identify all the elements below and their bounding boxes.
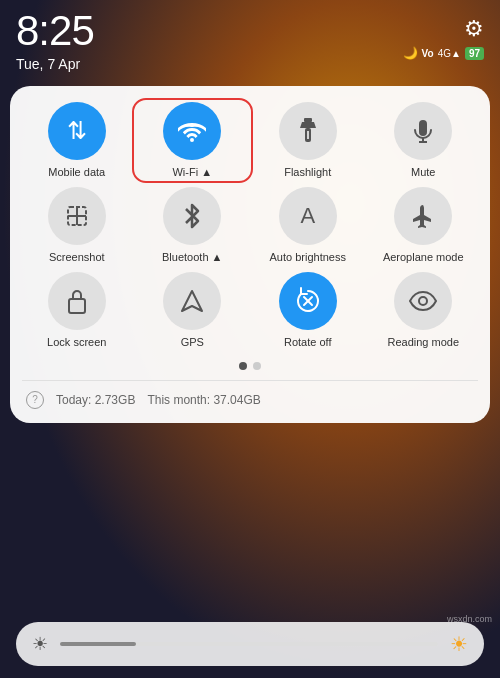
flashlight-label: Flashlight <box>284 166 331 179</box>
svg-marker-1 <box>300 122 316 128</box>
svg-rect-0 <box>304 118 312 122</box>
data-usage-icon: ? <box>26 391 44 409</box>
brightness-track[interactable] <box>60 642 438 646</box>
aeroplane-label: Aeroplane mode <box>383 251 464 264</box>
svg-point-13 <box>419 297 427 305</box>
date: Tue, 7 Apr <box>16 56 94 72</box>
brightness-low-icon: ☀ <box>32 633 48 655</box>
auto-brightness-icon: A <box>279 187 337 245</box>
mobile-data-label: Mobile data <box>48 166 105 179</box>
brightness-high-icon: ☀ <box>450 632 468 656</box>
signal-icon: 4G▲ <box>438 48 461 59</box>
screenshot-label: Screenshot <box>49 251 105 264</box>
volte-icon: Vo <box>422 48 434 59</box>
brightness-fill <box>60 642 136 646</box>
rotate-off-label: Rotate off <box>284 336 332 349</box>
status-right: ⚙ 🌙 Vo 4G▲ 97 <box>403 10 484 60</box>
time-date-group: 8:25 Tue, 7 Apr <box>16 10 94 72</box>
bluetooth-icon <box>163 187 221 245</box>
clock: 8:25 <box>16 10 94 52</box>
flashlight-icon <box>279 102 337 160</box>
mute-icon <box>394 102 452 160</box>
tile-bluetooth[interactable]: Bluetooth ▲ <box>138 187 248 264</box>
gps-label: GPS <box>181 336 204 349</box>
auto-brightness-label: Auto brightness <box>270 251 346 264</box>
brightness-bar[interactable]: ☀ ☀ <box>16 622 484 666</box>
mute-label: Mute <box>411 166 435 179</box>
tile-mobile-data[interactable]: ⇅ Mobile data <box>22 102 132 179</box>
dot-1 <box>239 362 247 370</box>
tile-gps[interactable]: GPS <box>138 272 248 349</box>
reading-mode-icon <box>394 272 452 330</box>
screenshot-icon <box>48 187 106 245</box>
bluetooth-label: Bluetooth ▲ <box>162 251 222 264</box>
today-label: Today: 2.73GB <box>56 393 135 407</box>
aeroplane-icon <box>394 187 452 245</box>
settings-icon[interactable]: ⚙ <box>464 16 484 42</box>
status-icons: 🌙 Vo 4G▲ 97 <box>403 46 484 60</box>
tile-screenshot[interactable]: Screenshot <box>22 187 132 264</box>
tile-lock-screen[interactable]: Lock screen <box>22 272 132 349</box>
watermark: wsxdn.com <box>447 614 492 624</box>
bottom-area: ☀ ☀ <box>0 610 500 678</box>
month-label: This month: 37.04GB <box>147 393 260 407</box>
lock-screen-icon <box>48 272 106 330</box>
tile-mute[interactable]: Mute <box>369 102 479 179</box>
tile-aeroplane-mode[interactable]: Aeroplane mode <box>369 187 479 264</box>
tile-flashlight[interactable]: Flashlight <box>253 102 363 179</box>
tile-rotate-off[interactable]: Rotate off <box>253 272 363 349</box>
divider <box>22 380 478 381</box>
page-dots <box>22 362 478 370</box>
tile-reading-mode[interactable]: Reading mode <box>369 272 479 349</box>
wifi-label: Wi-Fi ▲ <box>172 166 212 179</box>
status-bar: 8:25 Tue, 7 Apr ⚙ 🌙 Vo 4G▲ 97 <box>0 0 500 78</box>
quick-settings-panel: ⇅ Mobile data Wi-Fi ▲ Fl <box>10 86 490 423</box>
lock-screen-label: Lock screen <box>47 336 106 349</box>
mobile-data-icon: ⇅ <box>48 102 106 160</box>
tile-auto-brightness[interactable]: A Auto brightness <box>253 187 363 264</box>
battery-icon: 97 <box>465 47 484 60</box>
data-usage-row: ? Today: 2.73GB This month: 37.04GB <box>22 391 478 409</box>
rotate-off-icon <box>279 272 337 330</box>
tile-wifi[interactable]: Wi-Fi ▲ <box>138 102 248 179</box>
reading-mode-label: Reading mode <box>387 336 459 349</box>
dot-2 <box>253 362 261 370</box>
svg-rect-9 <box>69 299 85 313</box>
gps-icon <box>163 272 221 330</box>
moon-icon: 🌙 <box>403 46 418 60</box>
svg-marker-10 <box>182 291 202 311</box>
tiles-grid: ⇅ Mobile data Wi-Fi ▲ Fl <box>22 102 478 350</box>
wifi-icon <box>163 102 221 160</box>
